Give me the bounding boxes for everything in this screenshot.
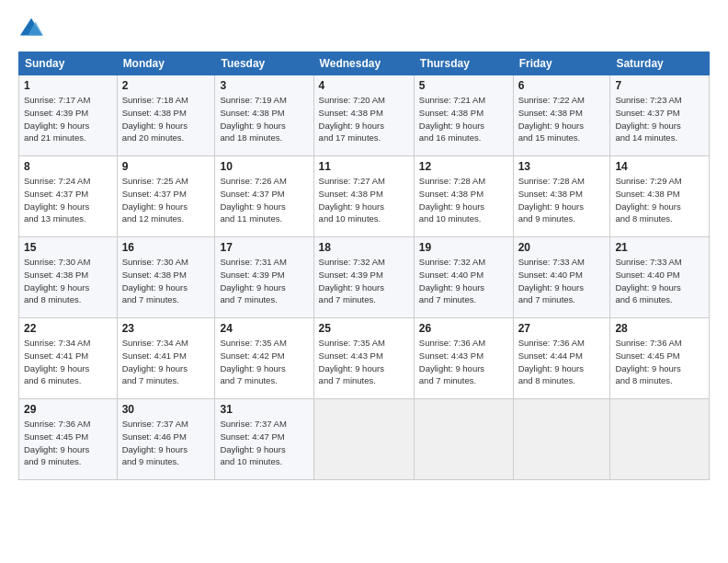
day-number: 30 — [122, 403, 210, 416]
calendar-cell: 5Sunrise: 7:21 AM Sunset: 4:38 PM Daylig… — [414, 75, 513, 156]
logo — [18, 17, 48, 42]
day-info: Sunrise: 7:29 AM Sunset: 4:38 PM Dayligh… — [615, 175, 704, 225]
day-info: Sunrise: 7:28 AM Sunset: 4:38 PM Dayligh… — [518, 175, 606, 225]
day-number: 20 — [518, 241, 606, 254]
calendar-cell: 24Sunrise: 7:35 AM Sunset: 4:42 PM Dayli… — [215, 318, 313, 399]
day-number: 21 — [615, 241, 704, 254]
day-number: 18 — [319, 241, 409, 254]
day-number: 4 — [319, 79, 409, 92]
day-info: Sunrise: 7:30 AM Sunset: 4:38 PM Dayligh… — [122, 256, 210, 306]
day-info: Sunrise: 7:24 AM Sunset: 4:37 PM Dayligh… — [24, 175, 112, 225]
calendar-header: SundayMondayTuesdayWednesdayThursdayFrid… — [19, 52, 710, 75]
day-number: 11 — [319, 160, 409, 173]
day-info: Sunrise: 7:37 AM Sunset: 4:46 PM Dayligh… — [122, 418, 210, 468]
calendar-cell: 30Sunrise: 7:37 AM Sunset: 4:46 PM Dayli… — [117, 399, 215, 480]
day-info: Sunrise: 7:27 AM Sunset: 4:38 PM Dayligh… — [319, 175, 409, 225]
header — [18, 17, 710, 42]
calendar-week-4: 22Sunrise: 7:34 AM Sunset: 4:41 PM Dayli… — [19, 318, 710, 399]
day-number: 14 — [615, 160, 704, 173]
day-info: Sunrise: 7:32 AM Sunset: 4:40 PM Dayligh… — [419, 256, 508, 306]
day-info: Sunrise: 7:30 AM Sunset: 4:38 PM Dayligh… — [24, 256, 112, 306]
col-header-thursday: Thursday — [414, 52, 513, 75]
day-info: Sunrise: 7:36 AM Sunset: 4:43 PM Dayligh… — [419, 337, 508, 387]
calendar-cell: 7Sunrise: 7:23 AM Sunset: 4:37 PM Daylig… — [610, 75, 710, 156]
calendar-cell: 20Sunrise: 7:33 AM Sunset: 4:40 PM Dayli… — [513, 237, 610, 318]
header-row: SundayMondayTuesdayWednesdayThursdayFrid… — [19, 52, 710, 75]
day-number: 12 — [419, 160, 508, 173]
calendar-cell: 23Sunrise: 7:34 AM Sunset: 4:41 PM Dayli… — [117, 318, 215, 399]
day-info: Sunrise: 7:21 AM Sunset: 4:38 PM Dayligh… — [419, 94, 508, 144]
calendar-week-5: 29Sunrise: 7:36 AM Sunset: 4:45 PM Dayli… — [19, 399, 710, 480]
day-info: Sunrise: 7:18 AM Sunset: 4:38 PM Dayligh… — [122, 94, 210, 144]
col-header-friday: Friday — [513, 52, 610, 75]
logo-icon — [18, 17, 44, 42]
day-number: 28 — [615, 322, 704, 335]
day-info: Sunrise: 7:25 AM Sunset: 4:37 PM Dayligh… — [122, 175, 210, 225]
calendar-week-3: 15Sunrise: 7:30 AM Sunset: 4:38 PM Dayli… — [19, 237, 710, 318]
calendar-cell: 6Sunrise: 7:22 AM Sunset: 4:38 PM Daylig… — [513, 75, 610, 156]
day-number: 31 — [220, 403, 308, 416]
day-info: Sunrise: 7:26 AM Sunset: 4:37 PM Dayligh… — [220, 175, 308, 225]
calendar-cell — [513, 399, 610, 480]
day-number: 13 — [518, 160, 606, 173]
day-number: 25 — [319, 322, 409, 335]
calendar-cell: 22Sunrise: 7:34 AM Sunset: 4:41 PM Dayli… — [19, 318, 118, 399]
day-number: 26 — [419, 322, 508, 335]
calendar-week-2: 8Sunrise: 7:24 AM Sunset: 4:37 PM Daylig… — [19, 156, 710, 237]
day-info: Sunrise: 7:34 AM Sunset: 4:41 PM Dayligh… — [24, 337, 112, 387]
day-info: Sunrise: 7:23 AM Sunset: 4:37 PM Dayligh… — [615, 94, 704, 144]
page: SundayMondayTuesdayWednesdayThursdayFrid… — [0, 0, 728, 563]
day-info: Sunrise: 7:34 AM Sunset: 4:41 PM Dayligh… — [122, 337, 210, 387]
day-number: 17 — [220, 241, 308, 254]
col-header-sunday: Sunday — [19, 52, 118, 75]
calendar-cell: 14Sunrise: 7:29 AM Sunset: 4:38 PM Dayli… — [610, 156, 710, 237]
day-info: Sunrise: 7:20 AM Sunset: 4:38 PM Dayligh… — [319, 94, 409, 144]
calendar-cell: 29Sunrise: 7:36 AM Sunset: 4:45 PM Dayli… — [19, 399, 118, 480]
calendar-cell: 18Sunrise: 7:32 AM Sunset: 4:39 PM Dayli… — [313, 237, 414, 318]
calendar-cell: 28Sunrise: 7:36 AM Sunset: 4:45 PM Dayli… — [610, 318, 710, 399]
calendar-cell: 11Sunrise: 7:27 AM Sunset: 4:38 PM Dayli… — [313, 156, 414, 237]
day-info: Sunrise: 7:35 AM Sunset: 4:42 PM Dayligh… — [220, 337, 308, 387]
day-info: Sunrise: 7:37 AM Sunset: 4:47 PM Dayligh… — [220, 418, 308, 468]
calendar-cell: 8Sunrise: 7:24 AM Sunset: 4:37 PM Daylig… — [19, 156, 118, 237]
day-info: Sunrise: 7:36 AM Sunset: 4:45 PM Dayligh… — [615, 337, 704, 387]
col-header-wednesday: Wednesday — [313, 52, 414, 75]
calendar-cell: 17Sunrise: 7:31 AM Sunset: 4:39 PM Dayli… — [215, 237, 313, 318]
day-info: Sunrise: 7:17 AM Sunset: 4:39 PM Dayligh… — [24, 94, 112, 144]
day-number: 7 — [615, 79, 704, 92]
calendar-cell: 13Sunrise: 7:28 AM Sunset: 4:38 PM Dayli… — [513, 156, 610, 237]
calendar-cell: 2Sunrise: 7:18 AM Sunset: 4:38 PM Daylig… — [117, 75, 215, 156]
calendar-cell: 21Sunrise: 7:33 AM Sunset: 4:40 PM Dayli… — [610, 237, 710, 318]
day-number: 19 — [419, 241, 508, 254]
day-number: 2 — [122, 79, 210, 92]
day-number: 22 — [24, 322, 112, 335]
day-number: 1 — [24, 79, 112, 92]
day-number: 16 — [122, 241, 210, 254]
day-info: Sunrise: 7:31 AM Sunset: 4:39 PM Dayligh… — [220, 256, 308, 306]
col-header-saturday: Saturday — [610, 52, 710, 75]
calendar-body: 1Sunrise: 7:17 AM Sunset: 4:39 PM Daylig… — [19, 75, 710, 480]
col-header-monday: Monday — [117, 52, 215, 75]
calendar-table: SundayMondayTuesdayWednesdayThursdayFrid… — [18, 52, 710, 480]
day-number: 6 — [518, 79, 606, 92]
day-number: 5 — [419, 79, 508, 92]
day-number: 3 — [220, 79, 308, 92]
day-number: 27 — [518, 322, 606, 335]
day-info: Sunrise: 7:36 AM Sunset: 4:44 PM Dayligh… — [518, 337, 606, 387]
calendar-cell: 3Sunrise: 7:19 AM Sunset: 4:38 PM Daylig… — [215, 75, 313, 156]
day-info: Sunrise: 7:32 AM Sunset: 4:39 PM Dayligh… — [319, 256, 409, 306]
calendar-cell: 10Sunrise: 7:26 AM Sunset: 4:37 PM Dayli… — [215, 156, 313, 237]
day-number: 15 — [24, 241, 112, 254]
calendar-cell: 4Sunrise: 7:20 AM Sunset: 4:38 PM Daylig… — [313, 75, 414, 156]
day-info: Sunrise: 7:33 AM Sunset: 4:40 PM Dayligh… — [615, 256, 704, 306]
day-info: Sunrise: 7:28 AM Sunset: 4:38 PM Dayligh… — [419, 175, 508, 225]
day-info: Sunrise: 7:19 AM Sunset: 4:38 PM Dayligh… — [220, 94, 308, 144]
calendar-cell — [313, 399, 414, 480]
day-number: 23 — [122, 322, 210, 335]
day-number: 9 — [122, 160, 210, 173]
calendar-cell: 26Sunrise: 7:36 AM Sunset: 4:43 PM Dayli… — [414, 318, 513, 399]
calendar-cell: 25Sunrise: 7:35 AM Sunset: 4:43 PM Dayli… — [313, 318, 414, 399]
calendar-cell: 15Sunrise: 7:30 AM Sunset: 4:38 PM Dayli… — [19, 237, 118, 318]
day-number: 8 — [24, 160, 112, 173]
calendar-cell: 27Sunrise: 7:36 AM Sunset: 4:44 PM Dayli… — [513, 318, 610, 399]
